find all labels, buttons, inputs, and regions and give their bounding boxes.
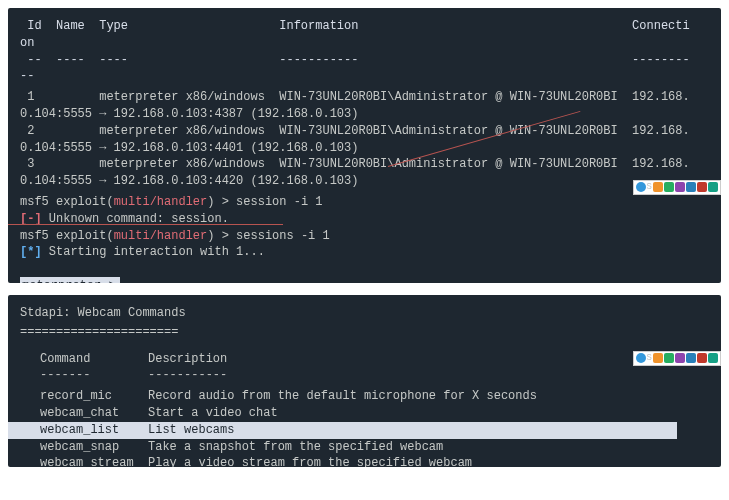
watermark-badge-2: S	[633, 351, 721, 366]
webcam-command-row: webcam_chat Start a video chat	[40, 405, 709, 422]
terminal-webcam-panel: Stdapi: Webcam Commands ================…	[8, 295, 721, 467]
watermark-dot-icon	[653, 182, 663, 192]
watermark-badge-1: S	[633, 180, 721, 195]
session-row-wrap: 0.104:5555 → 192.168.0.103:4387 (192.168…	[20, 106, 709, 123]
webcam-columns-header: Command Description	[40, 351, 709, 368]
watermark-dot-icon	[675, 353, 685, 363]
info-marker-icon: [*]	[20, 245, 42, 259]
webcam-section-underline: ======================	[20, 324, 709, 341]
session-row: 3 meterpreter x86/windows WIN-73UNL20R0B…	[20, 156, 709, 173]
info-output-line: [*] Starting interaction with 1...	[20, 244, 709, 261]
session-dash-row: -- ---- ---- ----------- --------	[20, 52, 709, 69]
msf-prompt-line-1[interactable]: msf5 exploit(multi/handler) > session -i…	[20, 194, 709, 211]
session-row: 1 meterpreter x86/windows WIN-73UNL20R0B…	[20, 89, 709, 106]
meterpreter-prompt[interactable]: meterpreter >	[20, 277, 120, 283]
webcam-command-row: webcam_list List webcams	[8, 422, 677, 439]
msf-prompt-line-2[interactable]: msf5 exploit(multi/handler) > sessions -…	[20, 228, 709, 245]
watermark-dot-icon	[675, 182, 685, 192]
session-list: 1 meterpreter x86/windows WIN-73UNL20R0B…	[20, 89, 709, 190]
webcam-section-title: Stdapi: Webcam Commands	[20, 305, 709, 322]
watermark-dot-icon	[686, 353, 696, 363]
session-dash-wrap: --	[20, 68, 709, 85]
watermark-dot-icon	[697, 182, 707, 192]
annotation-underline	[8, 224, 283, 225]
watermark-dot-icon	[653, 353, 663, 363]
error-output-line: [-] Unknown command: session.	[20, 211, 709, 228]
webcam-command-row: record_mic Record audio from the default…	[40, 388, 709, 405]
webcam-columns-dash: ------- -----------	[40, 367, 709, 384]
command-input-1: session -i 1	[236, 195, 322, 209]
watermark-logo-icon	[636, 353, 646, 363]
webcam-command-row: webcam_stream Play a video stream from t…	[40, 455, 709, 467]
watermark-dot-icon	[697, 353, 707, 363]
webcam-command-row: webcam_snap Take a snapshot from the spe…	[40, 439, 709, 456]
session-header-row: Id Name Type Information Connecti	[20, 18, 709, 35]
watermark-dot-icon	[664, 182, 674, 192]
session-row-wrap: 0.104:5555 → 192.168.0.103:4401 (192.168…	[20, 140, 709, 157]
watermark-dot-icon	[664, 353, 674, 363]
command-input-2: sessions -i 1	[236, 229, 330, 243]
session-row: 2 meterpreter x86/windows WIN-73UNL20R0B…	[20, 123, 709, 140]
watermark-dot-icon	[708, 353, 718, 363]
terminal-sessions-panel: Id Name Type Information Connecti on -- …	[8, 8, 721, 283]
session-header-wrap: on	[20, 35, 709, 52]
webcam-command-list: record_mic Record audio from the default…	[40, 388, 709, 467]
watermark-dot-icon	[708, 182, 718, 192]
session-row-wrap: 0.104:5555 → 192.168.0.103:4420 (192.168…	[20, 173, 709, 190]
watermark-logo-icon	[636, 182, 646, 192]
watermark-dot-icon	[686, 182, 696, 192]
